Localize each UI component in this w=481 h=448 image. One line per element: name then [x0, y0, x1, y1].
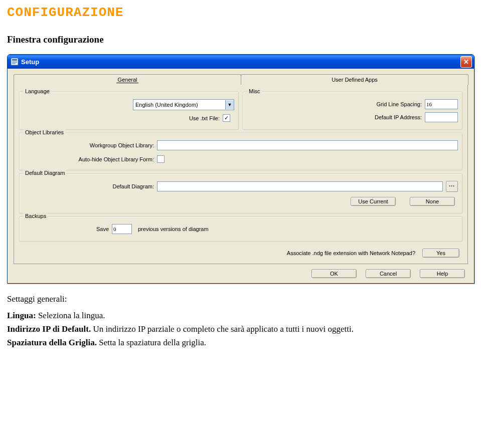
autohide-checkbox[interactable]	[157, 155, 165, 163]
group-defdiag-label: Default Diagram	[24, 170, 66, 176]
group-object-libraries: Object Libraries Workgroup Object Librar…	[19, 133, 462, 170]
workgroup-lib-input[interactable]	[157, 140, 458, 150]
tab-uda-label: User Defined Apps	[332, 77, 378, 83]
save-versions-input[interactable]	[112, 224, 132, 234]
group-language: Language English (United Kingdom) ▼ Use …	[19, 92, 239, 130]
app-icon	[11, 58, 19, 66]
associate-label: Associate .ndg file extension with Netwo…	[287, 250, 415, 256]
description-block: Settaggi generali: Lingua: Seleziona la …	[7, 294, 474, 349]
use-txt-checkbox[interactable]: ✓	[223, 114, 230, 122]
tab-general[interactable]: General	[14, 74, 241, 85]
tab-general-label: General	[116, 77, 138, 83]
group-default-diagram: Default Diagram Default Diagram: ... Use…	[19, 173, 462, 213]
desc-line: Spaziatura della Griglia. Setta la spazi…	[7, 337, 474, 349]
grid-spacing-input[interactable]	[425, 99, 458, 109]
autohide-label: Auto-hide Object Library Form:	[24, 156, 157, 162]
group-objlib-label: Object Libraries	[24, 129, 65, 135]
tab-user-defined-apps[interactable]: User Defined Apps	[241, 74, 468, 85]
use-current-button[interactable]: Use Current	[351, 197, 396, 206]
desc-line: Indirizzo IP di Default. Un indirizzo IP…	[7, 324, 474, 335]
group-backups: Backups Save previous versions of diagra…	[19, 216, 462, 242]
browse-button[interactable]: ...	[446, 181, 458, 192]
language-value: English (United Kingdom)	[133, 102, 225, 108]
titlebar[interactable]: Setup ✕	[8, 55, 474, 69]
group-language-label: Language	[24, 88, 51, 94]
svg-rect-1	[12, 59, 17, 61]
default-ip-input[interactable]	[425, 112, 458, 122]
help-button[interactable]: Help	[420, 269, 465, 278]
save-suffix: previous versions of diagram	[132, 226, 209, 232]
grid-spacing-label: Grid Line Spacing:	[247, 101, 425, 107]
workgroup-lib-label: Workgroup Object Library:	[24, 142, 157, 148]
group-misc: Misc Grid Line Spacing: Default IP Addre…	[243, 92, 462, 130]
language-dropdown[interactable]: English (United Kingdom) ▼	[133, 99, 234, 110]
default-diagram-input[interactable]	[157, 181, 443, 191]
close-icon[interactable]: ✕	[460, 56, 472, 68]
setup-dialog: Setup ✕ General User Defined Apps Langua…	[7, 54, 474, 284]
chevron-down-icon[interactable]: ▼	[225, 100, 234, 109]
ok-button[interactable]: OK	[311, 269, 357, 278]
yes-button[interactable]: Yes	[422, 249, 459, 258]
dialog-title: Setup	[21, 58, 460, 66]
group-misc-label: Misc	[247, 88, 262, 94]
use-txt-label: Use .txt File:	[189, 115, 223, 121]
desc-line: Lingua: Seleziona la lingua.	[7, 310, 474, 322]
page-subtitle: Finestra configurazione	[7, 34, 474, 45]
cancel-button[interactable]: Cancel	[366, 269, 411, 278]
none-button[interactable]: None	[410, 197, 455, 206]
save-label: Save	[24, 226, 112, 232]
page-title: CONFIGURAZIONE	[7, 5, 474, 20]
default-diagram-label: Default Diagram:	[24, 183, 157, 189]
group-backups-label: Backups	[24, 213, 48, 219]
default-ip-label: Default IP Address:	[247, 114, 425, 120]
desc-heading: Settaggi generali:	[7, 294, 474, 305]
